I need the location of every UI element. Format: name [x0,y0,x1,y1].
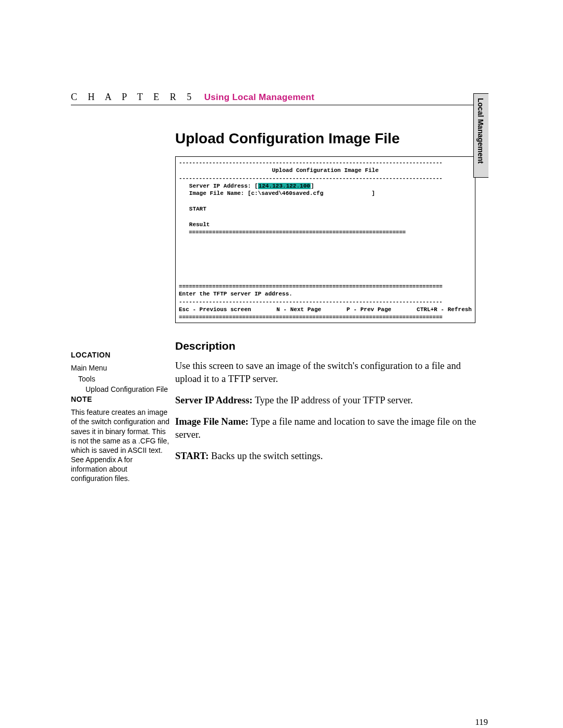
location-path-3: Upload Configuration File [85,385,170,394]
page-title: Upload Configuration Image File [175,130,488,147]
description-heading: Description [175,339,488,353]
page-number: 119 [71,717,488,727]
terminal-result: Result [179,221,472,229]
terminal-blank [179,275,472,283]
location-path-1: Main Menu [71,363,170,373]
terminal-blank [179,260,472,267]
field-start: START: Backs up the switch settings. [175,450,488,463]
terminal-blank [179,244,472,252]
terminal-prompt: Enter the TFTP server IP address. [179,290,472,298]
terminal-image-file-row: Image File Name: [c:\saved\460saved.cfg … [179,190,472,198]
chapter-label: C H A P T E R 5 [71,92,195,102]
thumb-tab-label: Local Management [474,94,485,164]
terminal-foot-prev: P - Prev Page [347,306,391,314]
location-path-2: Tools [78,374,170,384]
terminal-server-label: Server IP Address: [ [189,183,258,189]
section-title: Using Local Management [204,92,315,102]
terminal-blank [179,236,472,244]
terminal-footer: Esc - Previous screen N - Next Page P - … [179,306,472,314]
location-heading: LOCATION [71,350,170,360]
description-paragraph: Use this screen to save an image of the … [175,360,488,386]
terminal-rule: ========================================… [179,283,472,291]
terminal-server-ip: 124.123.122.100 [258,183,311,189]
field-server-ip: Server IP Address: Type the IP address o… [175,394,488,407]
terminal-blank [179,252,472,260]
terminal-server-ip-row: Server IP Address: [124.123.122.100] [179,182,472,190]
terminal-rule: ========================================… [179,314,472,322]
terminal-blank [179,213,472,221]
terminal-start: START [179,205,472,213]
terminal-rule: ----------------------------------------… [179,175,472,182]
sidebar: LOCATION Main Menu Tools Upload Configur… [71,339,175,484]
terminal-bracket: ] [311,183,314,189]
terminal-foot-next: N - Next Page [276,306,321,314]
terminal-foot-esc: Esc - Previous screen [179,306,251,314]
terminal-rule: ----------------------------------------… [179,159,472,167]
terminal-blank [179,198,472,205]
note-heading: NOTE [71,394,170,404]
main-content: Description Use this screen to save an i… [175,339,488,471]
page-header: C H A P T E R 5 Using Local Management [71,92,488,105]
terminal-image-label: Image File Name: [c:\saved\460saved.cfg [189,190,323,196]
terminal-foot-refresh: CTRL+R - Refresh [417,306,472,314]
terminal-rule: ========================================… [179,229,472,237]
terminal-rule: ----------------------------------------… [179,298,472,306]
thumb-tab: Local Management [473,93,488,178]
note-body: This feature creates an image of the swi… [71,408,170,484]
terminal-screenshot: ----------------------------------------… [175,156,475,323]
terminal-title: Upload Configuration Image File [179,167,472,175]
terminal-bracket: ] [372,190,375,196]
terminal-blank [179,267,472,275]
field-image-file: Image File Name: Type a file name and lo… [175,415,488,441]
